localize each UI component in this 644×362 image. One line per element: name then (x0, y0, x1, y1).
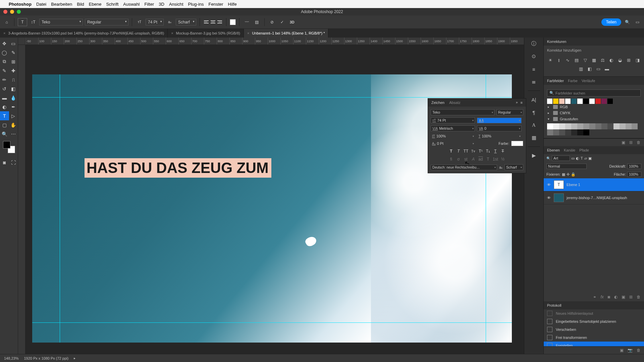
visibility-toggle[interactable]: 👁 (546, 196, 551, 200)
warp-text-icon[interactable]: 〰 (243, 18, 251, 26)
close-icon[interactable]: × (3, 31, 5, 35)
libraries-icon[interactable]: ≡ (530, 65, 538, 73)
font-family-select[interactable]: Teko (39, 19, 83, 25)
actions-icon[interactable]: ▶ (530, 152, 538, 160)
window-close[interactable] (3, 10, 7, 14)
filter-adjust-icon[interactable]: ◐ (576, 156, 579, 161)
menu-hilfe[interactable]: Hilfe (228, 2, 237, 7)
gray-swatch[interactable] (565, 129, 571, 135)
styles-shortcut-icon[interactable]: ▦ (530, 134, 538, 142)
glyphs-shortcut-icon[interactable]: A (530, 121, 538, 129)
lock-all-icon[interactable]: 🔒 (571, 172, 576, 177)
swatch[interactable] (565, 99, 571, 104)
character-panel[interactable]: Zeichen Absatz » ≡ Teko Regular тT74 Pt … (428, 98, 526, 173)
char-vscale-input[interactable]: IT100% (431, 133, 475, 139)
brushes-icon[interactable]: ≣ (530, 78, 538, 86)
panel-menu-icon[interactable]: ≡ (521, 101, 523, 105)
gray-swatch[interactable] (553, 129, 559, 135)
swatch-group-cmyk[interactable]: ▸CMYK (547, 110, 641, 116)
stamp-tool[interactable]: ⎍ (9, 75, 18, 84)
doc-dimensions[interactable]: 1920 Px x 1080 Px (72 ppi) (24, 356, 68, 360)
history-brush-tool[interactable]: ↺ (0, 84, 9, 93)
gray-swatch[interactable] (559, 129, 565, 135)
eyedropper-tool[interactable]: ✎ (0, 66, 9, 75)
photofilter-icon[interactable]: ◒ (617, 57, 623, 63)
foreground-background-swatch[interactable] (3, 141, 15, 153)
filter-shape-icon[interactable]: ▱ (584, 156, 587, 161)
swatch[interactable] (553, 99, 558, 104)
gray-swatch[interactable] (565, 123, 571, 129)
contextual-icon[interactable]: σ (455, 156, 462, 162)
underline-icon[interactable]: T (492, 148, 498, 154)
gray-swatch[interactable] (577, 123, 583, 129)
adjustments-icon[interactable]: ⊙ (530, 52, 538, 60)
frame-tool[interactable]: ⊞ (9, 57, 18, 66)
zoom-tool[interactable]: 🔍 (0, 129, 9, 138)
menu-auswahl[interactable]: Auswahl (123, 2, 140, 7)
history-step[interactable]: Freistellen (544, 342, 644, 346)
brightness-icon[interactable]: ☀ (547, 57, 553, 63)
new-swatch-icon[interactable]: ⊞ (629, 140, 633, 145)
history-step[interactable]: Verschieben (544, 325, 644, 334)
gray-swatch[interactable] (632, 123, 638, 129)
marquee-tool[interactable]: ▭ (9, 39, 18, 48)
gray-swatch[interactable] (571, 129, 577, 135)
window-zoom[interactable] (17, 10, 21, 14)
char-size-input[interactable]: тT74 Pt (431, 117, 475, 123)
fx-icon[interactable]: fx (600, 295, 603, 299)
swatch[interactable] (559, 99, 565, 104)
lock-position-icon[interactable]: ✢ (567, 172, 570, 177)
cancel-icon[interactable]: ⊘ (268, 18, 276, 26)
character-panel-icon[interactable]: ▤ (253, 18, 261, 26)
layer-row-text[interactable]: 👁 T Ebene 1 (544, 178, 644, 191)
text-color-swatch[interactable] (230, 19, 236, 25)
move-tool[interactable]: ✥ (0, 39, 9, 48)
allcaps-icon[interactable]: TT (463, 148, 469, 154)
colorbalance-icon[interactable]: ⚖ (600, 57, 606, 63)
gray-swatch[interactable] (595, 123, 601, 129)
mask-icon[interactable]: ◙ (608, 295, 610, 299)
type-tool-icon[interactable]: T (18, 18, 27, 26)
char-weight-select[interactable]: Regular (496, 109, 523, 115)
menu-bild[interactable]: Bild (77, 2, 84, 7)
pen-tool[interactable]: ✒ (9, 102, 18, 111)
window-minimize[interactable] (10, 10, 14, 14)
faux-italic-icon[interactable]: T (455, 148, 462, 154)
tab-absatz[interactable]: Absatz (449, 101, 461, 105)
exposure-icon[interactable]: ▤ (574, 57, 580, 63)
doc-tab-3[interactable]: ×Unbenannt–1 bei 148% (Ebene 1, RGB/8*) … (244, 29, 329, 38)
align-center-button[interactable] (210, 19, 216, 25)
guide-horizontal[interactable] (32, 97, 512, 98)
bw-icon[interactable]: ◐ (608, 57, 614, 63)
status-menu-icon[interactable]: ▸ (74, 356, 75, 360)
filter-pixel-icon[interactable]: ▭ (571, 156, 575, 161)
lasso-tool[interactable]: ◯ (0, 48, 9, 57)
swatch[interactable] (595, 99, 601, 104)
trash-icon[interactable]: 🗑 (637, 140, 641, 145)
align-right-button[interactable] (217, 19, 223, 25)
healing-tool[interactable]: ✚ (9, 66, 18, 75)
blend-mode-select[interactable]: Normal (546, 164, 587, 169)
smallcaps-icon[interactable]: Tᴛ (470, 148, 476, 154)
hand-tool[interactable]: ✋ (9, 120, 18, 129)
trash-icon[interactable]: 🗑 (637, 348, 641, 353)
history-step[interactable]: Eingebettetes Smartobjekt platzieren (544, 317, 644, 325)
dodge-tool[interactable]: ◐ (0, 102, 9, 111)
char-kerning-input[interactable]: V/AMetrisch (431, 125, 475, 131)
menu-schrift[interactable]: Schrift (106, 2, 118, 7)
gray-swatch[interactable] (577, 129, 583, 135)
menu-ebene[interactable]: Ebene (89, 2, 102, 7)
3d-icon[interactable]: 3D (288, 18, 296, 26)
menu-fenster[interactable]: Fenster (209, 2, 223, 7)
swatch[interactable] (589, 99, 595, 104)
menu-datei[interactable]: Datei (36, 2, 46, 7)
char-leading-input[interactable]: ⬍A (477, 118, 521, 123)
swatch-group-rgb[interactable]: ▸RGB (547, 104, 641, 110)
strikethrough-icon[interactable]: T (500, 148, 506, 154)
shape-tool[interactable]: ▢ (0, 120, 9, 129)
gray-swatch[interactable] (626, 123, 632, 129)
type-tool[interactable]: T (0, 111, 9, 120)
tab-zeichen[interactable]: Zeichen (431, 101, 444, 105)
properties-icon[interactable]: ⓘ (530, 40, 538, 48)
swatch-group-grays[interactable]: ▾Graustufen (547, 116, 641, 122)
